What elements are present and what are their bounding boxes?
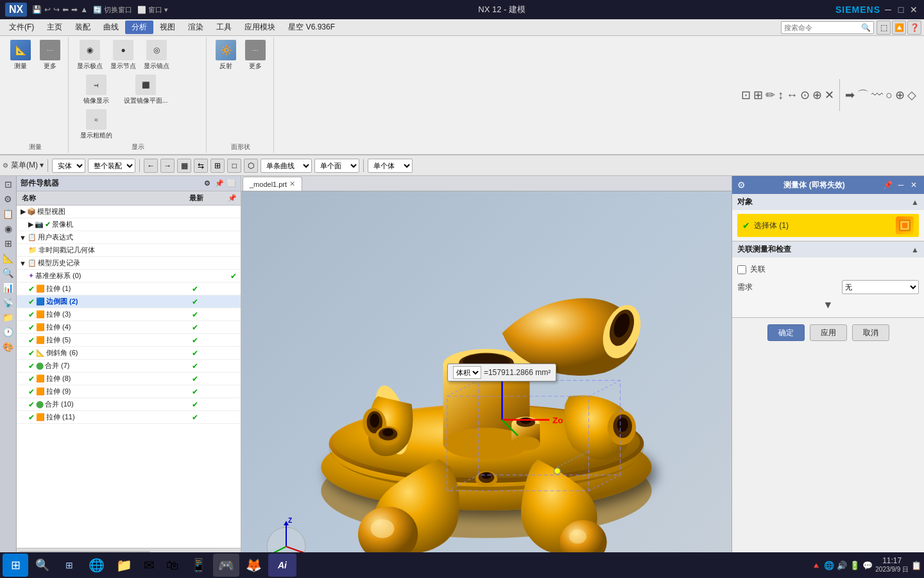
face-select[interactable]: 单个面: [314, 159, 359, 173]
strip-icon-11[interactable]: 🕐: [1, 325, 15, 339]
menu-star[interactable]: 星空 V6.936F: [282, 21, 341, 34]
tree-row-fillet-2[interactable]: ✔ 🟦 边倒圆 (2) ✔: [17, 295, 241, 308]
tree-row-unite-7[interactable]: ✔ ⬤ 合并 (7) ✔: [17, 360, 241, 372]
tree-row-extrude-9[interactable]: ✔ 🟧 拉伸 (9) ✔: [17, 385, 241, 398]
strip-icon-12[interactable]: 🎨: [1, 340, 15, 354]
panel-close-btn[interactable]: ✕: [909, 180, 919, 190]
volume-select[interactable]: 体积: [453, 366, 481, 379]
tree-row-extrude-5[interactable]: ✔ 🟧 拉伸 (5) ✔: [17, 334, 241, 347]
menu-appmodule[interactable]: 应用模块: [238, 21, 282, 34]
reflect-btn[interactable]: 🔆 反射: [212, 39, 240, 72]
tree-row-camera[interactable]: ▶ 📷 ✔ 景像机: [17, 218, 241, 231]
measure-icon-8[interactable]: ✕: [825, 88, 834, 102]
taskbar-widgets[interactable]: ⊞: [56, 554, 82, 577]
circle-icon[interactable]: ○: [886, 89, 893, 102]
measure-button[interactable]: 📐 测量: [6, 39, 35, 72]
strip-icon-2[interactable]: ⚙: [1, 192, 15, 206]
taskbar-clock[interactable]: 11:17 2023/9/9 日: [875, 556, 909, 574]
measure-icon-1[interactable]: ⊡: [741, 88, 751, 102]
panel-pin-btn[interactable]: 📌: [883, 180, 893, 190]
view-btn-2[interactable]: 🔼: [892, 21, 906, 35]
taskbar-app6[interactable]: 🎮: [213, 554, 239, 577]
taskbar-ai-btn[interactable]: Ai: [268, 554, 296, 577]
requirement-select[interactable]: 无: [842, 280, 919, 294]
taskbar-mail[interactable]: ✉: [139, 554, 160, 577]
tray-icon-2[interactable]: 🌐: [824, 561, 834, 570]
arrow-icon-1[interactable]: ➡: [845, 88, 855, 102]
tree-row-unite-10[interactable]: ✔ ⬤ 合并 (10) ✔: [17, 398, 241, 411]
arc-icon[interactable]: ⌒: [857, 87, 869, 103]
tree-row-extrude-4[interactable]: ✔ 🟧 拉伸 (4) ✔: [17, 321, 241, 334]
strip-icon-4[interactable]: ◉: [1, 222, 15, 236]
strip-icon-3[interactable]: 📋: [1, 207, 15, 221]
show-nodes-btn[interactable]: ● 显示节点: [107, 39, 139, 72]
sidebar-expand-icon[interactable]: ⬜: [227, 179, 237, 189]
tree-row-user-expr[interactable]: ▼ 📋 用户表达式: [17, 231, 241, 244]
settings-icon[interactable]: ⚙: [3, 162, 8, 169]
tree-row-model-view[interactable]: ▶ 📦 模型视图: [17, 206, 241, 218]
wave-icon[interactable]: 〰: [871, 89, 883, 102]
measure-icon-5[interactable]: ↔: [786, 89, 798, 102]
set-mirror-plane-btn[interactable]: ⬛ 设置镜像平面...: [120, 73, 171, 107]
tray-icon-5[interactable]: 💬: [862, 561, 873, 570]
object-section-header[interactable]: 对象 ▲: [732, 194, 924, 210]
tree-row-extrude-11[interactable]: ✔ 🟧 拉伸 (11) ✔: [17, 411, 241, 424]
association-section-header[interactable]: 关联测量和检查 ▲: [732, 241, 924, 258]
view-btn-1[interactable]: ⬚: [877, 21, 891, 35]
taskbar-app5[interactable]: 📱: [185, 554, 212, 577]
tree-row-chamfer-6[interactable]: ✔ 📐 倒斜角 (6) ✔: [17, 347, 241, 360]
taskbar-firefox[interactable]: 🦊: [241, 554, 267, 577]
menu-view[interactable]: 视图: [153, 21, 182, 34]
search-box[interactable]: 🔍: [781, 21, 874, 34]
association-checkbox[interactable]: [737, 265, 746, 274]
restore-button[interactable]: □: [896, 4, 906, 15]
tree-row-history[interactable]: ▼ 📋 模型历史记录: [17, 257, 241, 270]
strip-icon-5[interactable]: ⊞: [1, 236, 15, 250]
menu-label[interactable]: 菜单(M) ▾: [11, 160, 44, 171]
measure-icon-7[interactable]: ⊕: [812, 88, 822, 102]
menu-home[interactable]: 主页: [40, 21, 69, 34]
model-3d-area[interactable]: Zo Z 体积 =157911.2866 mm²: [241, 191, 732, 578]
measure-icon-2[interactable]: ⊞: [753, 88, 763, 102]
strip-icon-9[interactable]: 📡: [1, 295, 15, 310]
diamond-icon[interactable]: ◇: [907, 88, 916, 102]
mirror-display-btn[interactable]: ⫤ 镜像显示: [74, 73, 119, 107]
tb2-btn-1[interactable]: ←: [144, 159, 158, 173]
show-poles-btn[interactable]: ◉ 显示极点: [74, 39, 106, 72]
tray-icon-3[interactable]: 🔊: [837, 561, 847, 570]
measure-icon-3[interactable]: ✏: [766, 88, 775, 102]
plus-icon[interactable]: ⊕: [895, 88, 905, 102]
strip-icon-8[interactable]: 📊: [1, 281, 15, 295]
close-button[interactable]: ✕: [909, 4, 919, 15]
menu-analysis[interactable]: 分析: [125, 21, 153, 34]
viewport[interactable]: _model1.prt ✕: [241, 176, 732, 578]
assembly-select[interactable]: 整个装配: [88, 159, 135, 173]
tray-icon-1[interactable]: 🔺: [811, 561, 821, 570]
tb2-btn-6[interactable]: □: [227, 159, 241, 173]
curve-select[interactable]: 单条曲线: [261, 159, 312, 173]
menu-file[interactable]: 文件(F): [3, 21, 40, 34]
notification-icon[interactable]: 📋: [911, 561, 921, 570]
taskbar-store[interactable]: 🛍: [161, 554, 184, 577]
strip-icon-1[interactable]: ⊡: [1, 177, 15, 191]
model-tab[interactable]: _model1.prt ✕: [243, 177, 302, 191]
show-rough-btn[interactable]: ≈ 显示粗糙的: [74, 108, 119, 141]
minimize-button[interactable]: ─: [883, 4, 893, 15]
tray-icon-4[interactable]: 🔋: [850, 561, 860, 570]
taskbar-search[interactable]: 🔍: [30, 554, 55, 577]
measure-icon-6[interactable]: ⊙: [800, 88, 810, 102]
start-button[interactable]: ⊞: [3, 554, 28, 577]
tb2-btn-5[interactable]: ⊞: [210, 159, 225, 173]
surface-more-btn[interactable]: ⋯ 更多: [241, 39, 270, 72]
body-select[interactable]: 单个体: [368, 159, 413, 173]
strip-icon-6[interactable]: 📐: [1, 251, 15, 265]
taskbar-edge[interactable]: 🌐: [83, 554, 110, 577]
apply-button[interactable]: 应用: [810, 324, 847, 341]
tb2-btn-7[interactable]: ⬡: [244, 159, 258, 173]
menu-render[interactable]: 渲染: [182, 21, 210, 34]
tree-row-extrude-1[interactable]: ✔ 🟧 拉伸 (1) ✔: [17, 283, 241, 295]
search-input[interactable]: [784, 24, 861, 31]
cancel-button[interactable]: 取消: [852, 324, 889, 341]
sidebar-pin-icon[interactable]: 📌: [214, 179, 225, 189]
measure-more-button[interactable]: ⋯ 更多: [36, 39, 64, 72]
